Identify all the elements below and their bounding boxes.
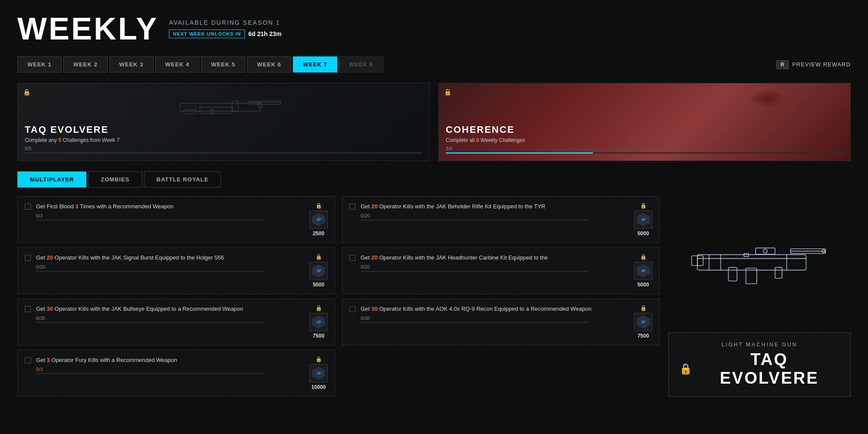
challenge-title: Get 20 Operator Kills with the JAK Behol…	[361, 203, 629, 210]
svg-rect-8	[697, 255, 806, 270]
challenge-card: Get 3 Operator Fury Kills with a Recomme…	[17, 350, 335, 397]
camo-reward-name: COHERENCE	[446, 124, 843, 135]
challenge-checkbox[interactable]	[25, 255, 31, 261]
challenge-column-right: Get 20 Operator Kills with the JAK Behol…	[342, 196, 660, 397]
challenge-card: Get 20 Operator Kills with the JAK Behol…	[342, 196, 660, 243]
preview-key: R	[776, 60, 789, 69]
gun-reward-progress: 0/5	[25, 146, 422, 154]
tab-zombies[interactable]: ZOMBIES	[88, 171, 142, 187]
tab-week-8[interactable]: WEEK 8	[339, 56, 383, 72]
lock-icon-camo: 🔒	[444, 89, 451, 95]
challenges-columns: Get First Blood 3 Times with a Recommend…	[17, 196, 660, 397]
challenge-content: Get 30 Operator Kills with the AOK 4.0x …	[361, 305, 629, 323]
challenge-checkbox[interactable]	[25, 204, 31, 210]
challenge-title: Get First Blood 3 Times with a Recommend…	[36, 203, 304, 210]
svg-rect-2	[200, 107, 232, 113]
challenge-reward: 🔒 XP 5000	[309, 254, 328, 288]
gun-reward-name: TAQ EVOLVERE	[25, 124, 422, 135]
unlock-label: NEXT WEEK UNLOCKS IN	[169, 30, 245, 38]
weapon-name-display: 🔒 TAQ EVOLVERE	[679, 350, 840, 388]
challenge-progress: 0/20	[361, 213, 629, 218]
tab-week-5[interactable]: WEEK 5	[201, 56, 245, 72]
tab-multiplayer[interactable]: MULTIPLAYER	[17, 171, 86, 187]
weapon-lock-icon: 🔒	[679, 363, 694, 375]
challenge-bar	[36, 220, 264, 220]
challenge-progress: 0/3	[36, 367, 304, 372]
weapon-info-card: LIGHT MACHINE GUN 🔒 TAQ EVOLVERE	[668, 332, 851, 397]
challenge-card: Get 30 Operator Kills with the AOK 4.0x …	[342, 299, 660, 345]
preview-reward-button[interactable]: R PREVIEW REWARD	[776, 60, 851, 69]
challenge-lock-icon: 🔒	[316, 254, 322, 260]
challenge-content: Get 30 Operator Kills with the JAK Bulls…	[36, 305, 304, 323]
xp-icon: XP	[634, 210, 652, 229]
challenges-layout: Get First Blood 3 Times with a Recommend…	[17, 196, 851, 397]
svg-rect-17	[775, 267, 782, 278]
challenge-column-left: Get First Blood 3 Times with a Recommend…	[17, 196, 335, 397]
svg-rect-6	[232, 101, 238, 111]
challenge-checkbox[interactable]	[25, 306, 31, 312]
challenge-lock-icon: 🔒	[316, 356, 322, 362]
challenge-reward: 🔒 XP 7500	[309, 305, 328, 339]
xp-icon: XP	[309, 210, 328, 229]
challenge-progress: 0/20	[361, 264, 629, 270]
gun-image	[44, 92, 421, 122]
week-tabs: WEEK 1 WEEK 2 WEEK 3 WEEK 4 WEEK 5 WEEK …	[17, 56, 851, 72]
weapon-panel: LIGHT MACHINE GUN 🔒 TAQ EVOLVERE	[668, 196, 851, 397]
challenge-checkbox[interactable]	[349, 306, 355, 312]
reward-card-camo: 🔒 COHERENCE Complete all 8 Weekly Challe…	[438, 83, 851, 161]
page-title: WEEKLY	[17, 13, 158, 44]
challenge-lock-icon: 🔒	[640, 254, 647, 260]
challenge-reward: 🔒 XP 2500	[309, 203, 328, 237]
unlock-badge: NEXT WEEK UNLOCKS IN 6d 21h 23m	[169, 30, 281, 38]
reward-cards: 🔒 TAQ EVOLVERE Compl	[17, 83, 851, 161]
challenge-title: Get 20 Operator Kills with the JAK Headh…	[361, 254, 629, 262]
challenge-card: Get 20 Operator Kills with the JAK Signa…	[17, 247, 335, 294]
xp-icon: XP	[634, 262, 652, 280]
challenge-progress: 0/20	[36, 264, 304, 270]
tab-week-3[interactable]: WEEK 3	[109, 56, 154, 72]
challenge-bar	[36, 322, 264, 323]
weapon-type: LIGHT MACHINE GUN	[679, 342, 840, 348]
tab-week-4[interactable]: WEEK 4	[155, 56, 200, 72]
camo-reward-progress: 3/8	[446, 146, 843, 154]
xp-amount: 10000	[311, 384, 326, 390]
challenge-checkbox[interactable]	[349, 204, 355, 210]
challenge-title: Get 20 Operator Kills with the JAK Signa…	[36, 254, 304, 262]
challenge-content: Get 20 Operator Kills with the JAK Headh…	[361, 254, 629, 272]
challenge-title: Get 30 Operator Kills with the AOK 4.0x …	[361, 305, 629, 313]
lock-icon-gun: 🔒	[23, 89, 30, 95]
tab-battle-royale[interactable]: BATTLE ROYALE	[144, 171, 221, 187]
challenge-lock-icon: 🔒	[316, 203, 322, 209]
challenge-title: Get 30 Operator Kills with the JAK Bulls…	[36, 305, 304, 313]
challenge-bar	[36, 373, 264, 374]
challenge-lock-icon: 🔒	[316, 305, 322, 311]
challenge-card: Get 30 Operator Kills with the JAK Bulls…	[17, 299, 335, 345]
xp-icon: XP	[634, 313, 652, 331]
weapon-name: TAQ EVOLVERE	[699, 350, 840, 388]
challenge-content: Get First Blood 3 Times with a Recommend…	[36, 203, 304, 220]
tab-week-2[interactable]: WEEK 2	[63, 56, 108, 72]
available-text: AVAILABLE DURING SEASON 1	[169, 19, 281, 26]
tab-week-6[interactable]: WEEK 6	[247, 56, 291, 72]
challenge-lock-icon: 🔒	[640, 203, 647, 209]
challenge-bar	[36, 271, 264, 272]
challenge-content: Get 20 Operator Kills with the JAK Signa…	[36, 254, 304, 272]
xp-amount: 5000	[638, 282, 649, 288]
svg-rect-15	[728, 267, 737, 281]
challenge-checkbox[interactable]	[349, 255, 355, 261]
tab-week-1[interactable]: WEEK 1	[17, 56, 62, 72]
challenge-card: Get 20 Operator Kills with the JAK Headh…	[342, 247, 660, 294]
challenge-checkbox[interactable]	[25, 357, 31, 363]
weapon-display	[668, 196, 851, 332]
preview-reward-label: PREVIEW REWARD	[792, 61, 851, 68]
challenge-reward: 🔒 XP 10000	[309, 356, 328, 390]
challenge-content: Get 3 Operator Fury Kills with a Recomme…	[36, 356, 304, 374]
header: WEEKLY AVAILABLE DURING SEASON 1 NEXT WE…	[17, 13, 851, 44]
tab-week-7[interactable]: WEEK 7	[293, 56, 337, 72]
challenge-bar	[361, 271, 589, 272]
xp-amount: 7500	[638, 333, 649, 339]
unlock-time: 6d 21h 23m	[248, 30, 281, 37]
challenge-progress: 0/3	[36, 213, 304, 218]
challenge-reward: 🔒 XP 7500	[634, 305, 652, 339]
svg-rect-1	[248, 101, 280, 104]
